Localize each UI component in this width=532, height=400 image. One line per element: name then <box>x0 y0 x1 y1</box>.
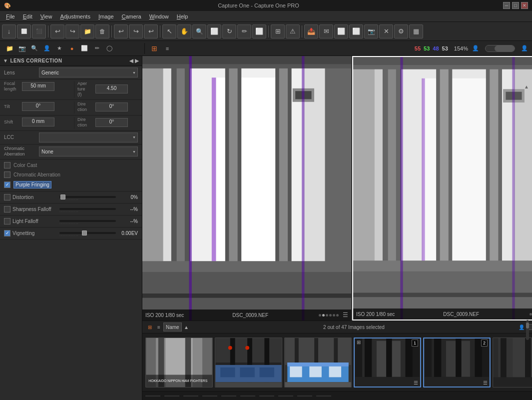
export-button[interactable]: 📤 <box>304 24 318 38</box>
heal-tool[interactable]: ⬜ <box>252 24 266 38</box>
viewer-split-button[interactable]: ⬛ <box>32 24 46 38</box>
panel-menu-button[interactable]: ◀▶ <box>129 58 139 64</box>
crop-tool[interactable]: ⬜ <box>207 24 221 38</box>
import-button[interactable]: ↓ <box>2 24 16 38</box>
color-cast-checkbox[interactable] <box>4 162 10 168</box>
left-photo-panel[interactable]: ISO 200 1/80 sec DSC_0009.NEF ☰ <box>142 56 352 320</box>
thumbnail-5[interactable]: 2 ☰ <box>423 338 491 388</box>
menu-view[interactable]: View <box>36 12 56 20</box>
delete-button[interactable]: 🗑 <box>95 24 109 38</box>
mail-button[interactable]: ✉ <box>319 24 333 38</box>
chromatic-aberration-checkbox[interactable] <box>4 172 10 178</box>
panel-icons-pen[interactable]: ✏ <box>91 43 102 54</box>
minimize-button[interactable]: ─ <box>503 2 510 9</box>
light-falloff-checkbox[interactable] <box>4 218 10 224</box>
svg-rect-21 <box>302 56 304 320</box>
menu-edit[interactable]: Edit <box>19 12 36 20</box>
menu-help[interactable]: Help <box>173 12 192 20</box>
export2-button[interactable]: ⬜ <box>349 24 363 38</box>
view-list-button[interactable]: ≡ <box>162 43 173 54</box>
warning-button[interactable]: ⚠ <box>286 24 300 38</box>
close-btn[interactable]: ✕ <box>379 24 393 38</box>
list-view-button[interactable]: ≡ <box>154 322 163 332</box>
hand-tool[interactable]: ✋ <box>177 24 191 38</box>
aperture-input[interactable]: 4.50 <box>95 84 128 94</box>
panel-icons-folder[interactable]: 📁 <box>4 43 15 54</box>
eyedropper-tool[interactable]: ✏ <box>237 24 251 38</box>
tilt-input[interactable]: 0° <box>22 102 54 111</box>
sharpness-falloff-row: Sharpness Falloff ············ --% <box>0 204 142 216</box>
forward-button[interactable]: ↪ <box>129 24 143 38</box>
distortion-checkbox[interactable] <box>4 194 10 200</box>
redo-button[interactable]: ↪ <box>65 24 79 38</box>
settings-button[interactable]: ⚙ <box>394 24 408 38</box>
lens-select-wrapper: Generic <box>39 68 138 78</box>
grid-button[interactable]: ⊞ <box>271 24 285 38</box>
panel-icons-camera2[interactable]: 📷 <box>16 43 27 54</box>
panel-icons-search[interactable]: 🔍 <box>29 43 40 54</box>
person-btn-left[interactable]: 👤 <box>517 322 526 332</box>
viewer-mode-button[interactable]: ⬜ <box>17 24 31 38</box>
vignetting-slider[interactable]: ············ <box>59 232 116 234</box>
view-grid-button[interactable]: ⊞ <box>149 43 160 54</box>
close-button[interactable]: ✕ <box>521 2 528 9</box>
thumbnail-2[interactable] <box>215 338 282 388</box>
vignetting-checkbox[interactable]: ✓ <box>4 230 10 236</box>
focal-length-input[interactable]: 50 mm <box>22 82 54 91</box>
left-photo-menu-icon[interactable]: ☰ <box>343 312 348 318</box>
person-icon[interactable]: 👤 <box>470 43 481 54</box>
menu-window[interactable]: Window <box>145 12 173 20</box>
sharpness-falloff-slider[interactable]: ············ <box>59 208 116 210</box>
collapse-arrow[interactable]: ▼ <box>3 58 8 64</box>
grid-view-button[interactable]: ⊞ <box>145 322 154 332</box>
dot-5 <box>333 314 335 316</box>
camera-button[interactable]: 📷 <box>364 24 378 38</box>
menu-file[interactable]: File <box>2 12 19 20</box>
undo-button[interactable]: ↩ <box>50 24 64 38</box>
color-cast-label: Color Cast <box>13 162 37 168</box>
panel-icons-star[interactable]: ★ <box>54 43 65 54</box>
lcc-select[interactable] <box>39 132 138 142</box>
lens-select[interactable]: Generic <box>39 68 138 78</box>
person2-icon[interactable]: 👤 <box>519 43 530 54</box>
maximize-button[interactable]: □ <box>512 2 519 9</box>
menu-camera[interactable]: Camera <box>118 12 145 20</box>
rotate-tool[interactable]: ↻ <box>222 24 236 38</box>
direction1-input[interactable]: 0° <box>95 102 128 112</box>
svg-rect-72 <box>329 366 342 377</box>
cursor-tool[interactable]: ↖ <box>162 24 176 38</box>
vignetting-thumb[interactable] <box>82 230 87 236</box>
filmstrip-button[interactable]: ▦ <box>409 24 423 38</box>
thumbnail-3[interactable] <box>284 338 352 388</box>
shift-input[interactable]: 0 mm <box>22 118 54 126</box>
panel-icons-flag[interactable]: ● <box>66 43 77 54</box>
right-photo-panel[interactable]: ISO 200 1/80 sec DSC_0009.NEF ☰ <box>352 56 532 320</box>
reset-button[interactable]: ↩ <box>114 24 128 38</box>
purple-fringing-checkbox[interactable]: ✓ <box>4 182 10 188</box>
right-photo-shutter: 1/80 sec <box>376 312 395 317</box>
distortion-thumb[interactable] <box>60 194 65 200</box>
ca-select[interactable]: None <box>39 146 138 156</box>
open-folder-button[interactable]: 📁 <box>80 24 94 38</box>
light-falloff-slider[interactable]: ············ <box>59 220 116 222</box>
back-button[interactable]: ↩ <box>144 24 158 38</box>
sharpness-falloff-checkbox[interactable] <box>4 206 10 212</box>
print-button[interactable]: ⬜ <box>334 24 348 38</box>
panel-icons-user[interactable]: 👤 <box>41 43 52 54</box>
menu-image[interactable]: Image <box>94 12 118 20</box>
sort-select[interactable]: Name <box>163 322 182 332</box>
content-area: ISO 200 1/80 sec DSC_0009.NEF ☰ <box>142 56 532 400</box>
svg-rect-16 <box>142 64 351 68</box>
direction2-input[interactable]: 0° <box>95 118 128 127</box>
thumbnail-1[interactable]: HOKKAIDO NIPPON HAM FIGHTERS <box>145 338 213 388</box>
distortion-slider[interactable]: ············ <box>59 196 116 198</box>
thumbnail-4[interactable]: ⊞ 1 ☰ <box>354 338 421 388</box>
purple-fringing-label: Purple Fringing <box>13 181 51 188</box>
zoom-tool[interactable]: 🔍 <box>192 24 206 38</box>
panel-icons-crop[interactable]: ⬜ <box>79 43 90 54</box>
sort-asc-button[interactable]: ▲ <box>182 322 191 332</box>
thumbnail-6[interactable] <box>493 338 532 388</box>
panel-icons-circle[interactable]: ◯ <box>104 43 115 54</box>
left-photo-svg <box>142 56 351 320</box>
menu-adjustments[interactable]: Adjustments <box>56 12 94 20</box>
